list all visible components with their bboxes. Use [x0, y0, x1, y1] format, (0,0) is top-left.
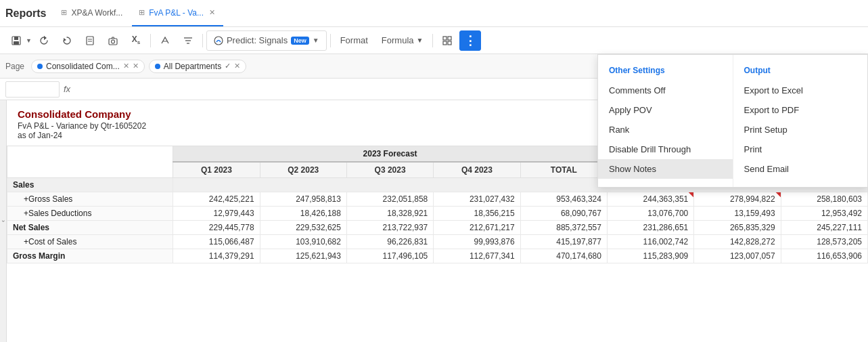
paint-button[interactable] — [154, 30, 176, 51]
row-gross-margin-label: Gross Margin — [7, 249, 173, 263]
row-cost-of-sales-label: +Cost of Sales — [7, 235, 173, 249]
row-cost-of-sales-v5: 415,197,877 — [520, 235, 607, 249]
save-button[interactable] — [5, 30, 27, 51]
col-header-q4-forecast: Q4 2023 — [434, 162, 520, 178]
page-button[interactable] — [79, 30, 101, 51]
menu-item-send-email[interactable]: Send Email — [733, 159, 868, 179]
row-net-sales-v6: 231,286,651 — [607, 221, 693, 235]
svg-rect-18 — [448, 41, 451, 45]
row-cost-of-sales-v1: 115,066,487 — [173, 235, 260, 249]
row-sales-deductions-label: +Sales Deductions — [7, 207, 173, 221]
toolbar-sep1 — [150, 34, 151, 47]
filter-chip-dept-label: All Departments — [164, 62, 221, 71]
toolbar-sep2 — [202, 34, 203, 47]
row-gross-sales-v2: 247,958,813 — [260, 192, 346, 207]
filter-dot-dept — [155, 64, 160, 69]
left-expand-icon: › — [0, 220, 7, 222]
row-net-sales-v3: 213,722,937 — [346, 221, 433, 235]
filter-close-company[interactable]: ✕ — [133, 62, 139, 70]
filter-close-dept[interactable]: ✕ — [234, 62, 240, 70]
cell-reference-input[interactable] — [5, 81, 60, 98]
tab-icon-xpa: ⊞ — [61, 8, 67, 17]
row-gross-sales-v7: 278,994,822 — [694, 192, 781, 207]
other-settings-title: Other Settings — [598, 63, 733, 81]
row-gross-margin-v8: 116,653,906 — [781, 249, 867, 263]
context-menu: Other Settings Comments Off Apply POV Ra… — [597, 54, 868, 188]
svg-rect-17 — [443, 41, 447, 45]
row-net-sales-v5: 885,372,557 — [520, 221, 607, 235]
tab-close-fva[interactable]: ✕ — [208, 7, 216, 18]
left-expand-button[interactable]: › — [0, 100, 7, 342]
row-net-sales-v8: 245,227,111 — [781, 221, 867, 235]
menu-item-show-notes[interactable]: Show Notes — [598, 159, 733, 179]
table-corner — [7, 146, 173, 178]
tab-xpa[interactable]: ⊞ XP&A Workf... — [54, 0, 129, 26]
filter-page-label: Page — [5, 62, 24, 71]
filter-edit-company[interactable]: ✕ — [123, 62, 129, 70]
table-row: +Sales Deductions 12,979,443 18,426,188 … — [7, 207, 868, 221]
refresh-button[interactable] — [33, 30, 55, 51]
menu-item-comments-off[interactable]: Comments Off — [598, 81, 733, 100]
row-gross-sales-v6: 244,363,351 — [607, 192, 693, 207]
col-header-total: TOTAL — [520, 162, 607, 178]
section-sales-label: Sales — [7, 178, 173, 192]
toolbar: ▼ Xs Predict: Signals New ▼ — [0, 27, 868, 54]
table-row: Gross Margin 114,379,291 125,621,943 117… — [7, 249, 868, 263]
row-gross-margin-v3: 117,496,105 — [346, 249, 433, 263]
subscript-icon: Xs — [132, 35, 140, 45]
row-net-sales-v4: 212,671,217 — [434, 221, 520, 235]
svg-rect-15 — [443, 37, 447, 40]
filter-button[interactable] — [177, 30, 199, 51]
filter-chip-company[interactable]: Consolidated Com... ✕ ✕ — [31, 60, 145, 73]
row-sales-deductions-v1: 12,979,443 — [173, 207, 260, 221]
row-gross-sales-v3: 232,051,858 — [346, 192, 433, 207]
tab-fva[interactable]: ⊞ FvA P&L - Va... ✕ — [132, 0, 223, 26]
format-label: Format — [340, 35, 368, 45]
predict-chevron: ▼ — [313, 37, 319, 44]
filter-chip-dept[interactable]: All Departments ✓ ✕ — [149, 60, 246, 73]
predict-label: Predict: Signals — [227, 35, 288, 45]
kebab-button[interactable]: ⋮ — [459, 30, 481, 51]
menu-item-print[interactable]: Print — [733, 140, 868, 159]
menu-item-export-pdf[interactable]: Export to PDF — [733, 100, 868, 120]
row-sales-deductions-v7: 13,159,493 — [694, 207, 781, 221]
table-row: +Cost of Sales 115,066,487 103,910,682 9… — [7, 235, 868, 249]
row-sales-deductions-v3: 18,328,921 — [346, 207, 433, 221]
toolbar-sep4 — [432, 34, 433, 47]
menu-column-left: Other Settings Comments Off Apply POV Ra… — [598, 55, 733, 187]
formula-button[interactable]: Formula ▼ — [375, 30, 430, 51]
subscript-button[interactable]: Xs — [125, 30, 147, 51]
undo-button[interactable] — [56, 30, 78, 51]
menu-item-apply-pov[interactable]: Apply POV — [598, 100, 733, 120]
svg-rect-8 — [109, 39, 117, 45]
row-gross-sales-v4: 231,027,432 — [434, 192, 520, 207]
app-title: Reports — [5, 7, 46, 20]
tab-label-fva: FvA P&L - Va... — [149, 8, 204, 18]
menu-item-rank[interactable]: Rank — [598, 120, 733, 140]
row-gross-margin-v6: 115,283,909 — [607, 249, 693, 263]
kebab-icon: ⋮ — [464, 35, 476, 47]
table-row: Net Sales 229,445,778 229,532,625 213,72… — [7, 221, 868, 235]
row-gross-margin-v4: 112,677,341 — [434, 249, 520, 263]
predict-button[interactable]: Predict: Signals New ▼ — [206, 30, 327, 51]
svg-rect-16 — [448, 37, 451, 40]
row-sales-deductions-v6: 13,076,700 — [607, 207, 693, 221]
format-button[interactable]: Format — [334, 30, 374, 51]
row-cost-of-sales-v4: 99,993,876 — [434, 235, 520, 249]
camera-button[interactable] — [102, 30, 124, 51]
filter-check-dept[interactable]: ✓ — [225, 62, 231, 70]
tab-icon-fva: ⊞ — [139, 8, 145, 17]
grid-button[interactable] — [436, 30, 458, 51]
row-gross-sales-v1: 242,425,221 — [173, 192, 260, 207]
formula-label: Formula — [382, 35, 414, 45]
row-gross-sales-v8: 258,180,603 — [781, 192, 867, 207]
col-header-q3-forecast: Q3 2023 — [346, 162, 433, 178]
svg-rect-2 — [14, 41, 19, 45]
menu-item-export-excel[interactable]: Export to Excel — [733, 81, 868, 100]
save-dropdown[interactable]: ▼ — [26, 37, 32, 44]
menu-item-print-setup[interactable]: Print Setup — [733, 120, 868, 140]
svg-rect-5 — [87, 37, 93, 45]
menu-item-disable-drill[interactable]: Disable Drill Through — [598, 140, 733, 159]
svg-point-9 — [111, 40, 114, 43]
row-gross-sales-label: +Gross Sales — [7, 192, 173, 207]
